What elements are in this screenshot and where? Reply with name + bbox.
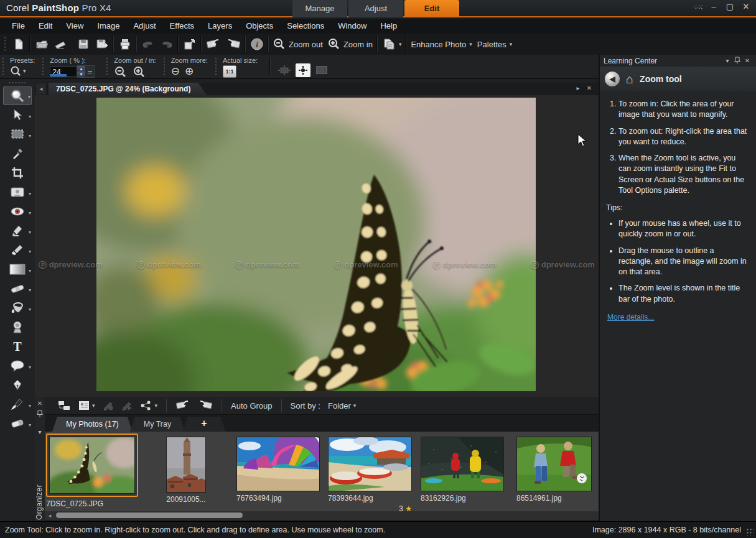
corel-connect-icon[interactable]: ⁘⁙ bbox=[693, 2, 702, 12]
zoom-in-button[interactable]: Zoom in bbox=[325, 35, 375, 53]
enhance-photo-button[interactable]: Enhance Photo▾ bbox=[408, 35, 474, 53]
print-button[interactable] bbox=[116, 35, 134, 53]
scratch-remover-tool[interactable]: ▾ bbox=[3, 279, 32, 298]
add-tray-button[interactable]: + bbox=[182, 417, 225, 432]
document-tab[interactable]: 7DSC_0725.JPG @ 24% (Background) bbox=[49, 83, 207, 95]
thumbnail-umbrellas[interactable]: 76763494.jpg bbox=[236, 437, 320, 503]
palette-grip[interactable] bbox=[163, 57, 167, 76]
zoom-tool[interactable]: ▾ bbox=[3, 86, 32, 105]
fit-image-to-window-button[interactable] bbox=[296, 63, 310, 77]
thumbnail-rain-kids[interactable]: 83162926.jpg bbox=[421, 437, 504, 503]
picture-tube-tool[interactable] bbox=[3, 318, 32, 336]
edit-info-button[interactable] bbox=[99, 398, 118, 413]
resize-grip-icon[interactable] bbox=[746, 528, 754, 536]
organizer-close-icon[interactable]: ✕ bbox=[35, 400, 45, 407]
menu-objects[interactable]: Objects bbox=[239, 19, 280, 34]
tools-grip[interactable] bbox=[8, 81, 27, 85]
flood-fill-tool[interactable]: ▾ bbox=[3, 299, 32, 317]
palette-grip[interactable] bbox=[106, 57, 110, 76]
copy-special-button[interactable]: ▾ bbox=[380, 35, 404, 53]
dropper-tool[interactable] bbox=[3, 144, 32, 163]
tab-edit[interactable]: Edit bbox=[404, 0, 459, 17]
rotate-left-button[interactable] bbox=[203, 35, 223, 53]
save-as-button[interactable] bbox=[93, 35, 111, 53]
tab-my-photos[interactable]: My Photos (17) bbox=[52, 417, 133, 432]
clone-brush-tool[interactable]: ▾ bbox=[3, 241, 32, 259]
save-button[interactable] bbox=[74, 35, 93, 53]
zoom-slider-button[interactable]: ⚌ bbox=[85, 65, 95, 78]
folder-tree-button[interactable] bbox=[54, 398, 75, 413]
more-details-link[interactable]: More details... bbox=[607, 313, 654, 322]
zoom-more-out-button[interactable]: ⊖ bbox=[171, 65, 180, 78]
zoom-out-button[interactable]: Zoom out bbox=[271, 35, 325, 53]
organizer-pin-icon[interactable] bbox=[35, 410, 45, 419]
crop-tool[interactable] bbox=[3, 164, 32, 182]
actual-size-button[interactable]: 1:1 bbox=[223, 65, 236, 78]
thumbnail-soccer[interactable]: 86514961.jpg bbox=[516, 437, 592, 503]
thumbnail-boats[interactable]: 78393644.jpg 3 ★ bbox=[328, 437, 412, 503]
tab-adjust[interactable]: Adjust bbox=[348, 0, 403, 17]
minimize-button[interactable]: – bbox=[709, 2, 719, 12]
quick-review-button[interactable] bbox=[118, 398, 136, 413]
selection-tool[interactable]: ▾ bbox=[3, 125, 32, 144]
tab-manage[interactable]: Manage bbox=[292, 0, 347, 17]
scan-button[interactable] bbox=[51, 35, 70, 53]
share-button[interactable]: ▾ bbox=[136, 398, 162, 413]
auto-group-button[interactable]: Auto Group bbox=[227, 398, 276, 413]
panel-menu-icon[interactable]: ▾ bbox=[722, 57, 732, 64]
palette-grip[interactable] bbox=[42, 57, 45, 76]
tab-my-tray[interactable]: My Tray bbox=[130, 417, 185, 432]
new-image-button[interactable] bbox=[9, 35, 28, 53]
redo-button[interactable] bbox=[157, 35, 176, 53]
tab-scroll-left-button[interactable]: ◂ bbox=[36, 83, 46, 95]
rotate-right-button[interactable] bbox=[194, 398, 217, 413]
menu-adjust[interactable]: Adjust bbox=[126, 19, 162, 34]
image-canvas[interactable]: Ⓟ dpreview.com Ⓟ dpreview.com Ⓟ dpreview… bbox=[35, 95, 599, 397]
horizontal-scrollbar[interactable]: ◂ bbox=[45, 511, 599, 520]
makeover-tool[interactable]: ▾ bbox=[3, 183, 32, 202]
pen-tool[interactable] bbox=[3, 376, 32, 394]
thumbnail-butterfly[interactable]: 7DSC_0725.JPG 4 ★ bbox=[46, 434, 138, 508]
menu-view[interactable]: View bbox=[59, 19, 90, 34]
menu-edit[interactable]: Edit bbox=[32, 19, 59, 34]
thumbnail-tower[interactable]: 20091005... bbox=[166, 437, 206, 504]
eraser-tool[interactable]: ▾ bbox=[3, 414, 32, 433]
rotate-left-button[interactable] bbox=[172, 398, 194, 413]
menu-image[interactable]: Image bbox=[90, 19, 126, 34]
zoom-in-step-button[interactable] bbox=[133, 65, 146, 79]
warp-brush-tool[interactable]: ▾ bbox=[3, 395, 32, 414]
presets-button[interactable]: ▾ bbox=[10, 65, 26, 77]
spin-up-icon[interactable]: ▲ bbox=[77, 66, 85, 72]
menu-layers[interactable]: Layers bbox=[201, 19, 239, 34]
scroll-left-icon[interactable]: ◂ bbox=[46, 512, 54, 519]
thumbnail-view-button[interactable]: ▾ bbox=[75, 398, 99, 413]
back-button[interactable]: ◀ bbox=[605, 72, 620, 86]
text-tool[interactable]: T bbox=[3, 337, 32, 356]
resize-button[interactable] bbox=[180, 35, 199, 53]
spin-down-icon[interactable]: ▼ bbox=[77, 72, 85, 77]
zoom-out-step-button[interactable] bbox=[114, 65, 128, 79]
palette-grip[interactable] bbox=[2, 57, 6, 76]
zoom-percent-value[interactable]: 24 bbox=[50, 67, 77, 77]
zoom-more-in-button[interactable]: ⊕ bbox=[185, 65, 194, 78]
menu-effects[interactable]: Effects bbox=[163, 19, 202, 34]
menu-help[interactable]: Help bbox=[373, 19, 404, 34]
menu-file[interactable]: File bbox=[5, 19, 32, 34]
tab-scroll-right-button[interactable]: ▸ bbox=[574, 83, 582, 93]
panel-close-icon[interactable]: ✕ bbox=[742, 57, 752, 64]
preset-shapes-tool[interactable]: ▾ bbox=[3, 356, 32, 375]
menu-selections[interactable]: Selections bbox=[280, 19, 331, 34]
image-information-button[interactable]: i bbox=[248, 35, 266, 53]
pin-icon[interactable] bbox=[732, 57, 742, 65]
zoom-spinner[interactable]: ▲▼ bbox=[77, 65, 85, 78]
close-button[interactable]: ✕ bbox=[741, 2, 751, 12]
sort-by-dropdown[interactable]: Folder▾ bbox=[324, 398, 360, 413]
open-button[interactable] bbox=[32, 35, 51, 53]
butterfly-photo[interactable] bbox=[96, 98, 536, 391]
rotate-right-button[interactable] bbox=[223, 35, 243, 53]
retouch-tool[interactable]: ▾ bbox=[3, 221, 32, 240]
gradient-swatch-tool[interactable]: ▾ bbox=[3, 260, 32, 279]
maximize-button[interactable]: ▢ bbox=[725, 2, 735, 12]
document-close-button[interactable]: ✕ bbox=[585, 83, 594, 93]
undo-button[interactable] bbox=[139, 35, 157, 53]
